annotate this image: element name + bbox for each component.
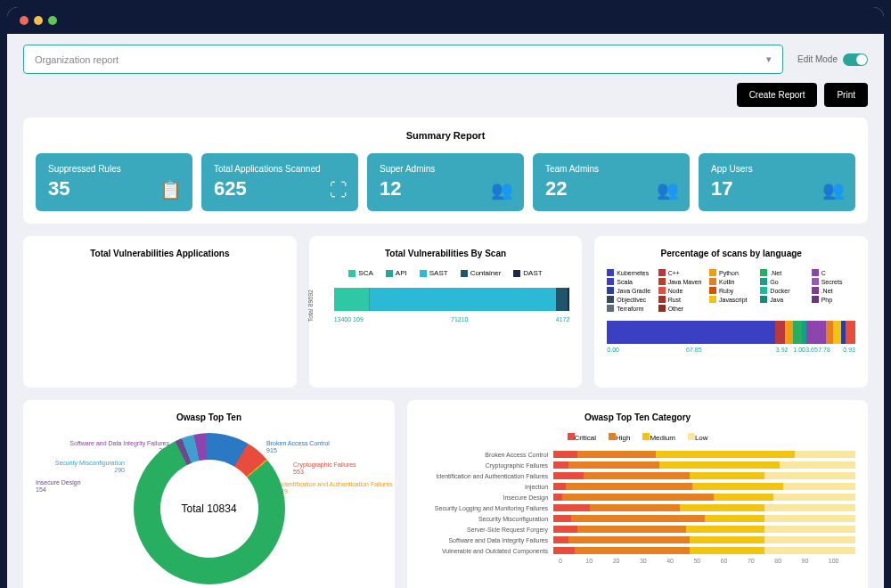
window-chrome xyxy=(7,7,884,34)
tile-label: Total Applications Scanned xyxy=(214,164,346,174)
legend-item: Terraform xyxy=(607,305,650,312)
tile-icon: ⛶ xyxy=(330,180,347,200)
owasp-row-label: Software and Data Integrity Failures xyxy=(420,537,553,543)
legend-item: Other xyxy=(658,305,702,312)
legend-item: Java xyxy=(760,296,804,303)
owasp-cat-title: Owasp Top Ten Category xyxy=(420,412,855,422)
chevron-down-icon: ▾ xyxy=(766,53,772,65)
legend-item: Medium xyxy=(642,433,674,442)
owasp-row-label: Vulnerable and Outdated Components xyxy=(420,548,553,554)
legend-item: Scala xyxy=(607,278,650,285)
axis-tick: 10 xyxy=(585,558,612,564)
edit-mode-toggle[interactable] xyxy=(843,53,868,66)
maximize-icon[interactable] xyxy=(48,16,57,25)
scan-stacked-bar xyxy=(334,288,570,311)
lang-bar-labels: 0.00 67.85 3.92 1.00 3.65 7.78 0.93 xyxy=(607,347,855,353)
tile-label: Suppressed Rules xyxy=(48,164,180,174)
owasp-row-bar xyxy=(553,461,855,469)
owasp-row: Injection xyxy=(420,483,855,490)
legend-item: Critical xyxy=(568,433,596,442)
donut-label-id: Insecure Design154 xyxy=(36,479,107,493)
legend-item: Javascript xyxy=(709,296,753,303)
owasp-row-label: Insecure Design xyxy=(420,494,553,501)
axis-tick: 40 xyxy=(666,558,693,564)
create-report-button[interactable]: Create Report xyxy=(737,83,818,107)
owasp-row-bar xyxy=(553,536,855,543)
panel-owasp-category: Owasp Top Ten Category CriticalHighMediu… xyxy=(407,400,868,588)
legend-item: SCA xyxy=(348,269,372,277)
owasp-row: Security Misconfiguration xyxy=(420,515,855,522)
panel-vuln-apps: Total Vulnerabilities Applications xyxy=(23,236,297,388)
legend-item: C xyxy=(812,269,855,276)
owasp-row: Security Logging and Monitoring Failures xyxy=(420,504,855,511)
legend-item: .Net xyxy=(812,287,855,294)
summary-tile: Team Admins 22 👥 xyxy=(533,153,690,211)
axis-tick: 0 xyxy=(559,558,585,564)
owasp-row-bar xyxy=(553,504,855,511)
summary-tile: App Users 17 👥 xyxy=(699,153,855,211)
owasp-row-label: Server-Side Request Forgery xyxy=(420,527,553,533)
owasp-row-bar xyxy=(553,472,855,479)
panel-vuln-scan: Total Vulnerabilities By Scan SCAAPISAST… xyxy=(309,236,583,388)
legend-item: Rust xyxy=(658,296,702,303)
axis-tick: 80 xyxy=(774,558,801,564)
legend-item: .Net xyxy=(760,269,804,276)
donut-label-sdif: Software and Data Integrity Failures271 xyxy=(62,440,169,453)
edit-mode-toggle-wrap: Edit Mode xyxy=(797,53,868,66)
legend-item: C++ xyxy=(658,269,702,276)
legend-item: SAST xyxy=(420,269,448,277)
legend-item: Ruby xyxy=(709,287,753,294)
legend-item: High xyxy=(609,433,630,442)
legend-item: Secrets xyxy=(812,278,855,285)
owasp-row-bar xyxy=(553,451,855,458)
legend-item: Python xyxy=(709,269,753,276)
summary-card: Summary Report Suppressed Rules 35 📋 Tot… xyxy=(23,118,868,224)
owasp-donut-title: Owasp Top Ten xyxy=(36,412,382,422)
axis-tick: 50 xyxy=(693,558,720,564)
legend-item: Java Gradle xyxy=(607,287,650,294)
report-select-value: Organization report xyxy=(35,54,119,65)
owasp-row: Server-Side Request Forgery xyxy=(420,526,855,533)
axis-tick: 70 xyxy=(748,558,774,564)
donut-label-cf: Cryptographic Failures553 xyxy=(293,461,382,475)
owasp-row-label: Security Logging and Monitoring Failures xyxy=(420,505,553,511)
owasp-row: Identification and Authentication Failur… xyxy=(420,472,855,479)
axis-tick: 100 xyxy=(829,558,855,564)
scan-bar-labels: 13400 109 71210 4172 xyxy=(334,316,570,323)
tile-icon: 📋 xyxy=(159,179,182,200)
close-icon[interactable] xyxy=(20,16,29,25)
tile-icon: 👥 xyxy=(491,179,513,200)
panel-vuln-scan-title: Total Vulnerabilities By Scan xyxy=(322,249,570,258)
donut-label-sm: Security Misconfiguration290 xyxy=(36,460,125,473)
donut-label-bac: Broken Access Control915 xyxy=(266,440,364,453)
owasp-row-label: Broken Access Control xyxy=(420,452,553,458)
donut-label-iaf: Identification and Authentication Failur… xyxy=(281,481,396,494)
tile-label: App Users xyxy=(711,164,843,174)
minimize-icon[interactable] xyxy=(34,16,43,25)
app-window: Organization report ▾ Edit Mode Create R… xyxy=(7,7,884,588)
panel-lang: Percentage of scans by language Kubernet… xyxy=(594,236,868,388)
owasp-row-bar xyxy=(553,483,855,490)
tile-icon: 👥 xyxy=(657,179,679,200)
tile-value: 625 xyxy=(214,177,346,200)
legend-item: Docker xyxy=(760,287,804,294)
legend-item: Low xyxy=(688,433,708,442)
lang-stacked-bar xyxy=(607,321,855,344)
legend-item: Kotlin xyxy=(709,278,753,285)
legend-item: API xyxy=(386,269,407,277)
owasp-row: Vulnerable and Outdated Components xyxy=(420,547,855,554)
legend-item: Java Maven xyxy=(658,278,702,285)
report-select[interactable]: Organization report ▾ xyxy=(23,45,783,74)
legend-item: Kubernetes xyxy=(607,269,650,276)
panel-owasp-donut: Owasp Top Ten Software and Data Integrit… xyxy=(23,400,395,588)
legend-item: Node xyxy=(658,287,702,294)
print-button[interactable]: Print xyxy=(824,83,868,107)
owasp-row-label: Security Misconfiguration xyxy=(420,516,553,522)
legend-item: Php xyxy=(812,296,855,303)
owasp-row-bar xyxy=(553,494,855,501)
owasp-row-label: Cryptographic Failures xyxy=(420,462,553,469)
owasp-row-label: Identification and Authentication Failur… xyxy=(420,473,553,479)
owasp-row-bar xyxy=(553,515,855,522)
tile-label: Super Admins xyxy=(380,164,511,174)
legend-item: Objectivec xyxy=(607,296,650,303)
